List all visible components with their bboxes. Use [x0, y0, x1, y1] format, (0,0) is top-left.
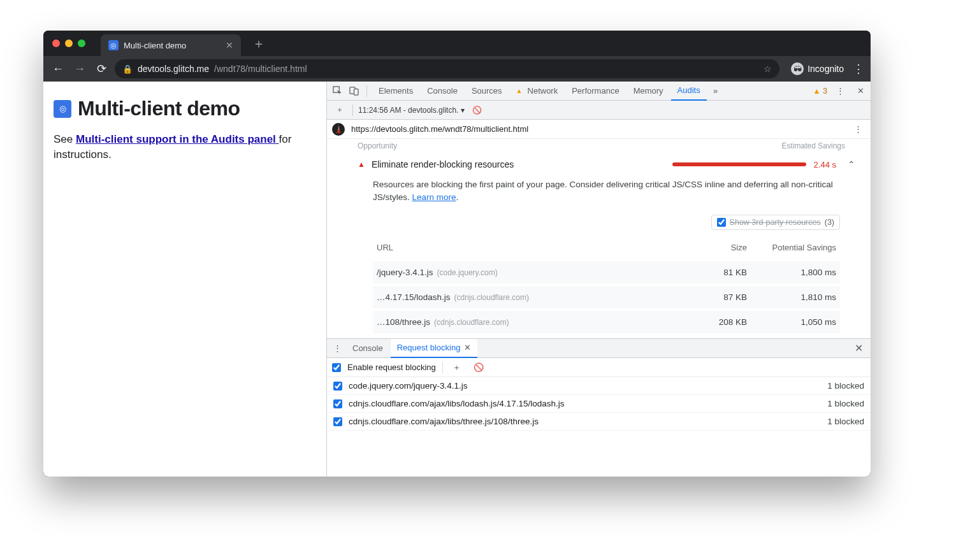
tab-elements[interactable]: Elements	[372, 82, 419, 101]
page-paragraph: See Multi-client support in the Audits p…	[54, 132, 316, 162]
devtools-settings-icon[interactable]: ⋮	[832, 83, 848, 99]
remove-all-button[interactable]: 🚫	[471, 360, 486, 375]
audit-description: Resources are blocking the first paint o…	[358, 178, 855, 205]
back-button[interactable]: ←	[50, 61, 66, 77]
svg-rect-2	[354, 89, 358, 95]
th-size: Size	[677, 243, 747, 252]
audit-title-row[interactable]: ▲ Eliminate render-blocking resources 2.…	[358, 159, 855, 169]
block-row-checkbox[interactable]	[333, 417, 342, 426]
request-blocking-toolbar: Enable request blocking ＋ 🚫	[327, 358, 871, 377]
block-row[interactable]: cdnjs.cloudflare.com/ajax/libs/lodash.js…	[327, 395, 871, 413]
tab-memory[interactable]: Memory	[627, 82, 670, 101]
third-party-checkbox[interactable]	[717, 218, 726, 227]
lighthouse-icon: 🗼	[332, 123, 345, 136]
browser-window: ◎ Multi-client demo ✕ ＋ ← → ⟳ 🔒 devtools…	[43, 31, 871, 477]
warning-count: 3	[823, 87, 827, 96]
table-header: URL Size Potential Savings	[373, 236, 840, 259]
minimize-window-button[interactable]	[65, 39, 73, 47]
devtools-panel: Elements Console Sources Network Perform…	[326, 82, 871, 477]
table-row[interactable]: …108/three.js (cdnjs.cloudflare.com) 208…	[373, 308, 840, 333]
block-row-checkbox[interactable]	[333, 382, 342, 391]
star-icon[interactable]: ☆	[764, 64, 772, 74]
drawer-menu-icon[interactable]: ⋮	[330, 341, 345, 356]
drawer-tab-console[interactable]: Console	[346, 339, 389, 358]
drawer-tab-close-icon[interactable]: ✕	[464, 343, 471, 352]
audit-savings: 2.44 s	[814, 160, 836, 169]
drawer-tabstrip: ⋮ Console Request blocking ✕ ✕	[327, 339, 871, 358]
maximize-window-button[interactable]	[78, 39, 85, 47]
url-path: /wndt78/multiclient.html	[214, 64, 307, 74]
audited-url: https://devtools.glitch.me/wndt78/multic…	[351, 124, 528, 134]
forward-button[interactable]: →	[71, 61, 88, 77]
third-party-toggle[interactable]: Show 3rd-party resources (3)	[711, 215, 840, 230]
th-savings: Potential Savings	[747, 243, 836, 253]
address-bar: ← → ⟳ 🔒 devtools.glitch.me/wndt78/multic…	[43, 56, 871, 82]
block-pattern: code.jquery.com/jquery-3.4.1.js	[349, 381, 468, 391]
audit-item: ▲ Eliminate render-blocking resources 2.…	[337, 154, 860, 338]
warnings-badge[interactable]: ▲ 3	[813, 87, 827, 96]
browser-tab[interactable]: ◎ Multi-client demo ✕	[101, 34, 241, 56]
incognito-icon: 🕶	[791, 62, 804, 75]
resources-table: URL Size Potential Savings /jquery-3.4.1…	[373, 236, 840, 334]
clear-audit-icon[interactable]: 🚫	[470, 103, 485, 118]
table-row[interactable]: /jquery-3.4.1.js (code.jquery.com) 81 KB…	[373, 259, 840, 284]
url-input[interactable]: 🔒 devtools.glitch.me/wndt78/multiclient.…	[115, 59, 779, 78]
tab-console[interactable]: Console	[421, 82, 464, 101]
third-party-count: (3)	[825, 218, 834, 227]
device-toggle-icon[interactable]	[346, 83, 361, 99]
tab-favicon: ◎	[108, 40, 119, 50]
block-pattern: cdnjs.cloudflare.com/ajax/libs/lodash.js…	[349, 399, 564, 408]
close-window-button[interactable]	[52, 39, 60, 47]
block-pattern: cdnjs.cloudflare.com/ajax/libs/three.js/…	[349, 417, 539, 426]
new-tab-button[interactable]: ＋	[252, 35, 265, 52]
savings-bar	[672, 162, 806, 166]
devtools-close-icon[interactable]: ✕	[853, 83, 868, 99]
block-row[interactable]: code.jquery.com/jquery-3.4.1.js 1 blocke…	[327, 377, 871, 395]
drawer-close-icon[interactable]: ✕	[850, 342, 868, 354]
lock-icon: 🔒	[122, 64, 133, 74]
fail-icon: ▲	[358, 160, 365, 169]
drawer-tab-request-blocking[interactable]: Request blocking ✕	[391, 339, 478, 358]
incognito-label: Incognito	[808, 64, 844, 74]
reload-button[interactable]: ⟳	[93, 61, 110, 77]
inspect-element-icon[interactable]	[330, 83, 345, 99]
third-party-label: Show 3rd-party resources	[730, 218, 821, 227]
th-url: URL	[377, 243, 677, 252]
learn-more-link[interactable]: Learn more	[412, 192, 456, 202]
tab-performance[interactable]: Performance	[565, 82, 625, 101]
block-count: 1 blocked	[827, 417, 864, 426]
audit-url-menu-icon[interactable]: ⋮	[850, 122, 865, 137]
tab-sources[interactable]: Sources	[465, 82, 509, 101]
block-count: 1 blocked	[827, 381, 864, 391]
tab-audits[interactable]: Audits	[671, 82, 707, 101]
enable-blocking-label: Enable request blocking	[347, 363, 436, 372]
audit-body: Opportunity Estimated Savings ▲ Eliminat…	[327, 139, 871, 477]
content-area: ◎ Multi-client demo See Multi-client sup…	[43, 82, 871, 477]
page-heading: Multi-client demo	[78, 97, 240, 120]
more-tabs-icon[interactable]: »	[708, 83, 723, 99]
chevron-up-icon[interactable]: ⌃	[848, 159, 855, 169]
window-titlebar: ◎ Multi-client demo ✕ ＋	[43, 31, 871, 56]
audits-toolbar: ＋ 11:24:56 AM - devtools.glitch. ▾ 🚫	[327, 101, 871, 120]
enable-blocking-checkbox[interactable]	[332, 363, 341, 372]
page-link[interactable]: Multi-client support in the Audits panel	[76, 133, 279, 145]
add-pattern-button[interactable]: ＋	[449, 360, 465, 375]
audit-run-select[interactable]: 11:24:56 AM - devtools.glitch. ▾	[358, 106, 465, 115]
tab-network[interactable]: Network	[510, 82, 565, 101]
page-logo: ◎	[54, 100, 71, 118]
est-savings-label: Estimated Savings	[782, 141, 845, 150]
tab-close-icon[interactable]: ✕	[226, 40, 233, 50]
devtools-drawer: ⋮ Console Request blocking ✕ ✕ Enable re…	[327, 338, 871, 431]
opportunity-header: Opportunity Estimated Savings	[337, 139, 860, 154]
incognito-indicator[interactable]: 🕶 Incognito	[791, 62, 844, 75]
savings-bar-fill	[672, 162, 806, 166]
block-row[interactable]: cdnjs.cloudflare.com/ajax/libs/three.js/…	[327, 413, 871, 431]
tab-title: Multi-client demo	[124, 41, 186, 50]
audited-url-bar: 🗼 https://devtools.glitch.me/wndt78/mult…	[327, 120, 871, 139]
devtools-tabstrip: Elements Console Sources Network Perform…	[327, 82, 871, 101]
audit-title: Eliminate render-blocking resources	[372, 159, 514, 169]
browser-menu-button[interactable]: ⋮	[853, 62, 864, 76]
new-audit-button[interactable]: ＋	[332, 103, 347, 118]
block-row-checkbox[interactable]	[333, 399, 342, 408]
table-row[interactable]: …4.17.15/lodash.js (cdnjs.cloudflare.com…	[373, 284, 840, 308]
